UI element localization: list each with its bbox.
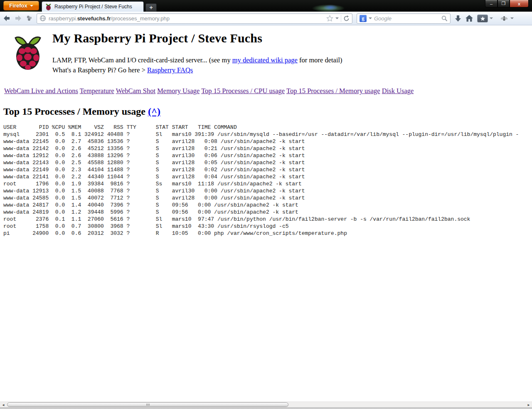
tab-raspberry-pi-project[interactable]: Raspberry Pi Project / Steve Fuchs: [42, 1, 144, 12]
downloads-button[interactable]: [455, 15, 461, 22]
table-row: www-data 22141 0.0 2.2 44340 11044 ? S a…: [3, 173, 532, 180]
star-icon: [480, 16, 485, 21]
window-controls: – ❐ x: [485, 0, 529, 7]
table-row: www-data 22143 0.0 2.5 45588 12880 ? S a…: [3, 159, 532, 166]
section-title: Top 15 Processes / Memory usage (^): [3, 106, 532, 117]
search-bar[interactable]: g: [357, 13, 451, 24]
table-row: www-data 12913 0.0 1.5 40088 7768 ? S av…: [3, 187, 532, 195]
raspberry-pi-logo: [14, 34, 42, 70]
nav-link-webcam-live[interactable]: WebCam Live and Actions: [4, 87, 78, 95]
divider: [341, 15, 341, 22]
search-engine-dropdown-icon[interactable]: [369, 17, 372, 19]
firefox-menu-button[interactable]: Firefox: [3, 1, 39, 10]
restore-button[interactable]: ❐: [498, 0, 510, 7]
bookmarks-menu-button[interactable]: [477, 15, 488, 22]
nav-link-memory-usage[interactable]: Memory Usage: [157, 87, 200, 95]
faq-text: What's a Raspberry Pi? Go here > Raspber…: [52, 65, 342, 75]
page-title: My Raspberry Pi Project / Steve Fuchs: [52, 31, 342, 45]
tab-title: Raspberry Pi Project / Steve Fuchs: [54, 4, 132, 10]
page-nav: WebCam Live and Actions Temperature WebC…: [4, 87, 532, 95]
table-row: root 1758 0.0 0.7 30800 3968 ? Sl mars10…: [3, 223, 532, 230]
extension-icon[interactable]: [26, 15, 32, 22]
close-button[interactable]: x: [510, 0, 529, 7]
nav-link-temperature[interactable]: Temperature: [80, 87, 114, 95]
table-row: www-data 24819 0.0 1.2 39448 5996 ? S 09…: [3, 209, 532, 216]
bookmark-star-icon[interactable]: [326, 15, 333, 22]
scroll-right-icon[interactable]: ►: [525, 402, 532, 408]
reload-icon[interactable]: [343, 15, 350, 22]
table-row: root 1796 0.0 1.9 39384 9816 ? Ss mars10…: [3, 180, 532, 187]
forward-button[interactable]: [15, 15, 22, 22]
table-row: www-data 22145 0.0 2.7 45836 13536 ? S a…: [3, 138, 532, 145]
bookmarks-dropdown-icon[interactable]: [490, 17, 493, 19]
addon-dropdown-icon[interactable]: [510, 17, 514, 19]
process-table-header: USER PID %CPU %MEM VSZ RSS TTY STAT STAR…: [3, 124, 532, 131]
table-row: www-data 24817 0.0 1.4 40040 7396 ? S 09…: [3, 202, 532, 209]
addon-fly-icon[interactable]: [500, 15, 508, 22]
table-row: www-data 22149 0.0 2.3 44104 11488 ? S a…: [3, 166, 532, 173]
back-button[interactable]: [3, 15, 10, 22]
home-button[interactable]: [466, 15, 473, 22]
intro-text: LAMP, FTP, WebCam and I/O credit-card-si…: [52, 55, 342, 65]
table-row: www-data 22142 0.0 2.6 45212 13356 ? S a…: [3, 145, 532, 152]
google-icon: g: [360, 15, 367, 22]
process-table: USER PID %CPU %MEM VSZ RSS TTY STAT STAR…: [3, 124, 532, 237]
nav-link-top15-cpu[interactable]: Top 15 Processes / CPU usage: [201, 87, 285, 95]
table-row: root 2376 0.1 1.1 27060 5616 ? Sl mars10…: [3, 216, 532, 223]
search-input[interactable]: [374, 15, 439, 22]
globe-icon: [39, 15, 46, 22]
titlebar: Firefox Raspberry Pi Project / Steve Fuc…: [0, 0, 532, 12]
raspberry-favicon-icon: [45, 3, 52, 10]
table-row: pi 24900 0.0 0.6 20312 3032 ? R 10:05 0:…: [3, 230, 532, 237]
address-bar[interactable]: raspberrypi.stevefuchs.fr/processes_memo…: [37, 13, 352, 24]
page-content: My Raspberry Pi Project / Steve Fuchs LA…: [0, 25, 532, 402]
scrollbar-grip: [146, 404, 149, 406]
new-tab-button[interactable]: +: [145, 3, 157, 12]
url-domain: stevefuchs.fr: [77, 15, 111, 22]
page-header: My Raspberry Pi Project / Steve Fuchs LA…: [0, 25, 532, 75]
horizontal-scrollbar[interactable]: ◄ ►: [0, 402, 532, 407]
wiki-page-link[interactable]: my dedicated wiki page: [232, 56, 298, 64]
scroll-left-icon[interactable]: ◄: [0, 402, 7, 408]
nav-link-disk-usage[interactable]: Disk Usage: [382, 87, 414, 95]
search-icon[interactable]: [441, 15, 448, 22]
nav-link-top15-memory[interactable]: Top 15 Processes / Memory usage: [286, 87, 380, 95]
navigation-toolbar: raspberrypi.stevefuchs.fr/processes_memo…: [0, 12, 532, 25]
url-dropdown-icon[interactable]: [335, 17, 339, 19]
window-bottom-edge: [0, 407, 532, 409]
top-anchor-link[interactable]: (^): [148, 106, 160, 117]
raspberry-faqs-link[interactable]: Raspberry FAQs: [147, 66, 193, 74]
minimize-button[interactable]: –: [485, 0, 498, 7]
url-text: raspberrypi.stevefuchs.fr/processes_memo…: [49, 15, 324, 22]
chevron-down-icon: [30, 5, 33, 7]
firefox-menu-label: Firefox: [9, 2, 27, 9]
table-row: mysql 2301 0.5 8.1 324912 40488 ? Sl mar…: [3, 131, 532, 138]
table-row: www-data 12912 0.0 2.6 43888 13296 ? S a…: [3, 152, 532, 159]
scrollbar-thumb[interactable]: [7, 402, 288, 407]
table-row: www-data 24585 0.0 1.5 40072 7712 ? S av…: [3, 195, 532, 202]
nav-link-webcam-shot[interactable]: WebCam Shot: [116, 87, 155, 95]
